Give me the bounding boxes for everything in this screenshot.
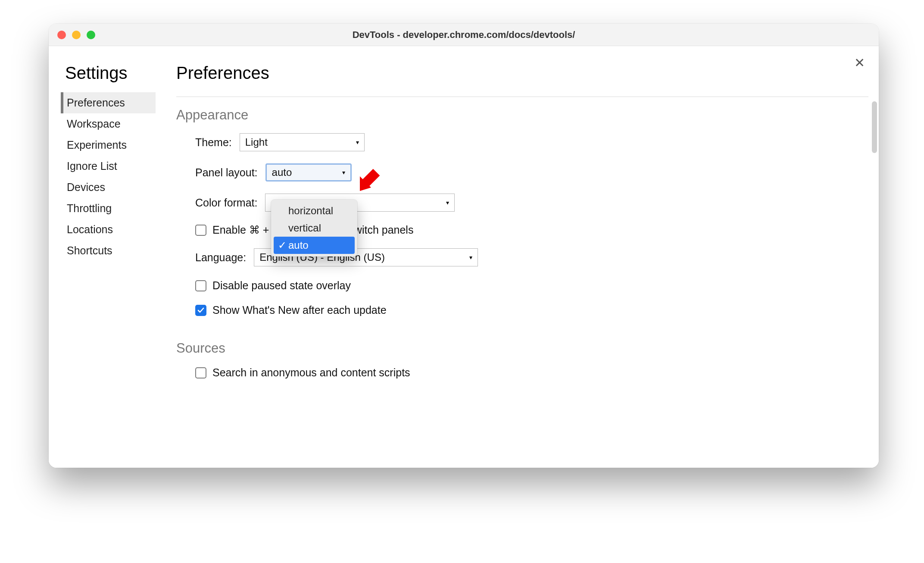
search-scripts-checkbox[interactable] xyxy=(195,367,206,378)
settings-heading: Settings xyxy=(65,63,156,83)
disable-overlay-row: Disable paused state overlay xyxy=(195,279,868,292)
sidebar-item-label: Locations xyxy=(67,223,113,235)
settings-sidebar: Settings Preferences Workspace Experimen… xyxy=(61,63,156,261)
enable-shortcut-label-suffix: switch panels xyxy=(349,224,413,236)
theme-select-value: Light xyxy=(245,136,268,148)
window-titlebar: DevTools - developer.chrome.com/docs/dev… xyxy=(49,24,879,46)
scrollbar-track[interactable] xyxy=(872,101,877,455)
color-format-label: Color format: xyxy=(195,197,257,209)
sidebar-item-label: Ignore List xyxy=(67,160,117,172)
sources-section-heading: Sources xyxy=(176,341,868,356)
chevron-down-icon: ▾ xyxy=(356,139,359,146)
preferences-panel: Preferences Appearance Theme: Light ▾ Pa… xyxy=(176,63,868,468)
panel-layout-label: Panel layout: xyxy=(195,166,258,179)
chevron-down-icon: ▾ xyxy=(469,254,472,261)
check-icon xyxy=(197,307,205,314)
divider xyxy=(176,97,868,97)
option-label: horizontal xyxy=(288,205,333,216)
chevron-down-icon: ▾ xyxy=(446,199,449,206)
theme-label: Theme: xyxy=(195,136,232,149)
enable-shortcut-label-prefix: Enable ⌘ + xyxy=(212,224,269,236)
appearance-section-heading: Appearance xyxy=(176,107,868,123)
scrollbar-thumb[interactable] xyxy=(872,101,877,153)
theme-row: Theme: Light ▾ xyxy=(195,133,868,151)
disable-overlay-label: Disable paused state overlay xyxy=(212,279,351,292)
sidebar-item-label: Throttling xyxy=(67,202,112,214)
show-whats-new-row: Show What's New after each update xyxy=(195,304,868,316)
panel-layout-option-vertical[interactable]: vertical xyxy=(274,219,355,237)
settings-body: ✕ Settings Preferences Workspace Experim… xyxy=(49,46,879,468)
sidebar-item-throttling[interactable]: Throttling xyxy=(61,198,156,219)
sidebar-item-label: Workspace xyxy=(67,118,121,130)
window-title: DevTools - developer.chrome.com/docs/dev… xyxy=(49,29,879,41)
show-whats-new-label: Show What's New after each update xyxy=(212,304,387,316)
sidebar-item-label: Shortcuts xyxy=(67,244,112,256)
page-title: Preferences xyxy=(176,63,868,83)
sidebar-item-workspace[interactable]: Workspace xyxy=(61,113,156,134)
sidebar-item-label: Preferences xyxy=(67,97,125,109)
option-label: auto xyxy=(288,239,309,251)
disable-overlay-checkbox[interactable] xyxy=(195,280,206,291)
sidebar-item-experiments[interactable]: Experiments xyxy=(61,134,156,156)
panel-layout-select[interactable]: auto ▾ xyxy=(265,163,352,181)
language-label: Language: xyxy=(195,251,246,264)
sidebar-item-locations[interactable]: Locations xyxy=(61,219,156,240)
search-scripts-label: Search in anonymous and content scripts xyxy=(212,366,410,379)
option-label: vertical xyxy=(288,222,321,234)
enable-shortcut-checkbox[interactable] xyxy=(195,225,206,236)
show-whats-new-checkbox[interactable] xyxy=(195,305,206,316)
panel-layout-select-value: auto xyxy=(272,166,292,178)
search-scripts-row: Search in anonymous and content scripts xyxy=(195,366,868,379)
sidebar-item-ignore-list[interactable]: Ignore List xyxy=(61,156,156,177)
panel-layout-row: Panel layout: auto ▾ xyxy=(195,163,868,181)
sidebar-item-label: Experiments xyxy=(67,139,127,151)
sidebar-item-shortcuts[interactable]: Shortcuts xyxy=(61,240,156,261)
panel-layout-option-horizontal[interactable]: horizontal xyxy=(274,202,355,219)
sidebar-item-devices[interactable]: Devices xyxy=(61,177,156,198)
devtools-settings-window: DevTools - developer.chrome.com/docs/dev… xyxy=(49,24,879,468)
annotation-arrow-icon xyxy=(357,163,387,194)
chevron-down-icon: ▾ xyxy=(342,169,345,176)
sidebar-item-preferences[interactable]: Preferences xyxy=(61,92,156,113)
panel-layout-dropdown: horizontal vertical auto xyxy=(271,200,357,256)
panel-layout-option-auto[interactable]: auto xyxy=(274,237,355,254)
sidebar-item-label: Devices xyxy=(67,181,105,193)
theme-select[interactable]: Light ▾ xyxy=(240,133,365,151)
